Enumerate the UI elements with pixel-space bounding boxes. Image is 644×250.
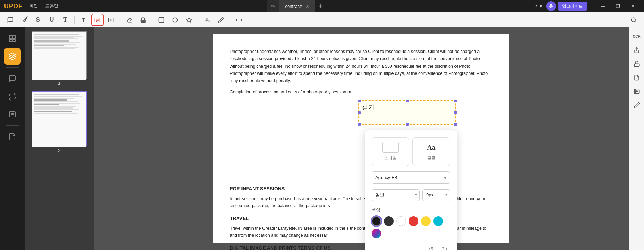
svg-rect-26 xyxy=(634,64,639,66)
signature-tool-button[interactable] xyxy=(215,14,227,26)
strikethrough-tool-button[interactable]: S xyxy=(32,14,44,26)
svg-rect-6 xyxy=(142,18,144,20)
font-preview-text: Aa xyxy=(427,142,435,153)
handle-br[interactable] xyxy=(454,123,457,126)
extract-tool-button[interactable] xyxy=(105,14,117,26)
handle-tc[interactable] xyxy=(406,100,409,102)
color-swatch-dark2[interactable] xyxy=(384,216,394,226)
font-panel-style-row: 스타일 Aa 글꼴 xyxy=(372,137,450,166)
minimize-button[interactable]: — xyxy=(596,0,610,12)
right-sign-button[interactable] xyxy=(631,99,643,111)
color-swatch-purple[interactable] xyxy=(372,229,381,238)
user-avatar: 유 xyxy=(546,1,556,11)
tab-close-icon[interactable]: ✕ xyxy=(305,3,310,9)
handle-ml[interactable] xyxy=(358,111,361,114)
color-swatch-yellow[interactable] xyxy=(421,216,431,226)
redo-button[interactable]: ↻ xyxy=(439,244,450,250)
right-share-button[interactable] xyxy=(631,44,643,56)
eraser-tool-button[interactable] xyxy=(123,14,136,26)
toolbar-divider-4 xyxy=(198,16,198,24)
svg-rect-19 xyxy=(9,39,12,42)
svg-line-16 xyxy=(635,21,636,22)
svg-rect-8 xyxy=(159,17,164,22)
toolbar-divider-5 xyxy=(230,16,230,24)
svg-point-15 xyxy=(631,18,635,22)
left-sidebar xyxy=(0,27,25,250)
svg-rect-17 xyxy=(9,35,12,39)
color-swatch-cyan[interactable] xyxy=(433,216,443,226)
title-bar: UPDF 파일 도움말 ✏ contract* ✕ + 2 ▾ 유 업그레이드 … xyxy=(0,0,644,12)
tab-contract-label: contract* xyxy=(285,4,302,9)
sidebar-icon-pages[interactable] xyxy=(4,30,21,47)
thumbnail-label-1: 1 xyxy=(58,81,61,86)
style-card-style[interactable]: 스타일 xyxy=(372,137,409,166)
tab-new-button[interactable]: + xyxy=(315,3,326,10)
sidebar-icon-tools[interactable] xyxy=(4,128,21,145)
color-swatches xyxy=(372,216,450,238)
text-box-content[interactable]: 필기 xyxy=(359,101,378,114)
undo-button[interactable]: ↺ xyxy=(425,244,436,250)
sidebar-icon-layers[interactable] xyxy=(4,88,21,105)
color-section: 색상 xyxy=(372,206,450,238)
star-tool-button[interactable] xyxy=(183,14,195,26)
handle-mr[interactable] xyxy=(454,111,457,114)
main-area: 1 xyxy=(0,27,644,250)
page-count-arrow: ▾ xyxy=(540,3,542,9)
tab-contract[interactable]: contract* ✕ xyxy=(279,0,315,12)
upgrade-label: 업그레이드 xyxy=(562,3,583,9)
text-type-tool-button[interactable]: T xyxy=(59,14,72,26)
color-swatch-dark1[interactable] xyxy=(372,216,381,226)
close-button[interactable]: ✕ xyxy=(626,0,640,12)
window-controls: — ❐ ✕ xyxy=(596,0,640,12)
menu-file[interactable]: 파일 xyxy=(29,3,38,9)
color-swatch-white[interactable] xyxy=(396,216,406,226)
handle-bl[interactable] xyxy=(358,123,361,126)
pen-tool-button[interactable] xyxy=(18,14,30,26)
style-label: 스타일 xyxy=(384,155,397,161)
search-button[interactable] xyxy=(627,14,640,26)
pencil-edit-icon: ✏ xyxy=(271,4,275,9)
color-swatch-red[interactable] xyxy=(409,216,418,226)
stamp-tool-button[interactable] xyxy=(137,14,149,26)
thumbnail-page-2[interactable]: 2 xyxy=(32,91,87,153)
upgrade-button[interactable]: 업그레이드 xyxy=(558,2,587,11)
measure-tool-button[interactable] xyxy=(233,14,245,26)
style-preview-box xyxy=(382,142,399,153)
handle-tr[interactable] xyxy=(454,100,457,102)
maximize-button[interactable]: ❐ xyxy=(611,0,625,12)
thumbnail-page-1[interactable]: 1 xyxy=(32,31,87,86)
thumbnail-panel: 1 xyxy=(25,27,94,250)
text-box-tool-button[interactable] xyxy=(91,14,104,26)
sidebar-icon-forms[interactable] xyxy=(4,106,21,123)
right-save-button[interactable] xyxy=(631,85,643,98)
shape-tool-button[interactable] xyxy=(155,14,168,26)
font-size-input[interactable]: 9px xyxy=(422,189,450,201)
style-weight-dropdown[interactable]: 일반 xyxy=(372,189,420,201)
handle-tl[interactable] xyxy=(358,100,361,102)
sidebar-icon-highlight[interactable] xyxy=(4,48,21,65)
text-format-tool-button[interactable]: T xyxy=(77,14,90,26)
font-select-dropdown[interactable]: Agency FB xyxy=(372,171,450,184)
color-section-label: 색상 xyxy=(372,206,450,214)
right-security-button[interactable] xyxy=(631,58,643,70)
sidebar-icon-comments[interactable] xyxy=(4,70,21,87)
toolbar: S U T T xyxy=(0,12,644,27)
svg-point-11 xyxy=(206,18,208,20)
pdf-paragraph-2: Completion of processing and edits of a … xyxy=(230,89,493,95)
underline-icon: U xyxy=(50,16,54,23)
style-card-font[interactable]: Aa 글꼴 xyxy=(412,137,450,166)
comment-tool-button[interactable] xyxy=(4,14,17,26)
svg-marker-10 xyxy=(186,17,192,22)
text-box-overlay[interactable]: 필기 xyxy=(358,100,456,125)
menu-help[interactable]: 도움말 xyxy=(45,3,58,9)
pdf-area[interactable]: Photographer understands weather, illnes… xyxy=(94,27,629,250)
right-forms-button[interactable] xyxy=(631,71,643,84)
new-tab-icon[interactable]: ✏ xyxy=(267,0,279,12)
handle-bc[interactable] xyxy=(406,123,409,126)
shape-circle-tool-button[interactable] xyxy=(169,14,181,26)
person-tool-button[interactable] xyxy=(201,14,213,26)
right-ocr-button[interactable]: OCR xyxy=(631,30,643,43)
underline-tool-button[interactable]: U xyxy=(45,14,58,26)
toolbar-divider-2 xyxy=(120,16,120,24)
page-count: 2 xyxy=(535,4,537,9)
